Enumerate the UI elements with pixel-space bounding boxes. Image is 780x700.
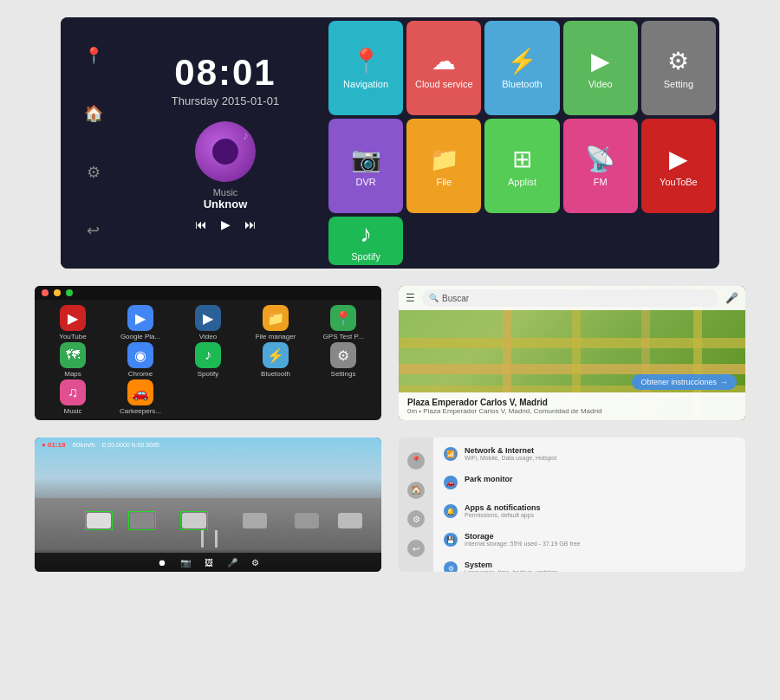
apps-text: Apps & notifications Permissions, defaul… <box>465 503 541 518</box>
settings-sidebar-icon-2[interactable]: 🏠 <box>407 482 425 499</box>
android-maps-label: Maps <box>64 370 81 378</box>
applist-label: Applist <box>508 177 536 187</box>
time-display: 08:01 <box>174 55 276 91</box>
android-googleplay-label: Google Pla... <box>120 333 160 340</box>
android-app-video[interactable]: ▶ Video <box>175 305 241 340</box>
bottom-screenshots-row: ● 01:18 60km/h E:00.0000 N:00.0085 ⏺ 📷 🖼… <box>17 438 763 572</box>
settings-sidebar-icon-3[interactable]: ⚙ <box>407 510 425 528</box>
app-bluetooth[interactable]: ⚡ Bluetooth <box>484 21 559 115</box>
settings-item-network[interactable]: 📶 Network & Internet WiFi, Mobile, Data … <box>444 446 735 461</box>
park-icon: 🚗 <box>444 476 458 489</box>
dvr-hud: ● 01:18 60km/h E:00.0000 N:00.0085 <box>42 441 159 449</box>
middle-screenshots-row: ▶ YouTube ▶ Google Pla... ▶ Video 📁 File… <box>17 286 763 420</box>
file-label: File <box>436 177 452 187</box>
settings-item-park[interactable]: 🚗 Park monitor <box>444 475 735 489</box>
dvr-icon: 📷 <box>351 145 381 173</box>
network-title: Network & Internet <box>465 446 556 455</box>
system-title: System <box>465 561 557 569</box>
navigation-icon: 📍 <box>351 47 381 75</box>
android-apps-grid: ▶ YouTube ▶ Google Pla... ▶ Video 📁 File… <box>35 300 381 420</box>
youtube-icon: ▶ <box>669 145 688 173</box>
android-maps-icon: 🗺 <box>60 342 86 368</box>
car-5 <box>295 513 319 528</box>
android-app-chrome[interactable]: ◉ Chrome <box>107 342 173 378</box>
android-carkeepers-label: Carkeepers... <box>120 407 161 415</box>
android-gps-label: GPS Test P... <box>323 333 364 340</box>
music-controls: ⏮ ▶ ⏭ <box>195 217 257 231</box>
park-text: Park monitor <box>465 475 513 483</box>
dvr-camera-screenshot: ● 01:18 60km/h E:00.0000 N:00.0085 ⏺ 📷 🖼… <box>35 438 381 572</box>
dvr-photo-button[interactable]: 📷 <box>180 558 191 567</box>
prev-button[interactable]: ⏮ <box>195 217 207 231</box>
android-app-carkeepers[interactable]: 🚗 Carkeepers... <box>107 379 173 415</box>
app-file[interactable]: 📁 File <box>406 119 481 213</box>
app-applist[interactable]: ⊞ Applist <box>484 119 559 213</box>
android-app-googleplay[interactable]: ▶ Google Pla... <box>107 305 173 340</box>
sidebar-location-icon[interactable]: 📍 <box>81 43 106 68</box>
settings-item-apps[interactable]: 🔔 Apps & notifications Permissions, defa… <box>444 503 735 518</box>
android-app-spotify[interactable]: ♪ Spotify <box>175 342 241 378</box>
network-sub: WiFi, Mobile, Data usage, Hotspot <box>465 455 556 461</box>
android-launcher: ▶ YouTube ▶ Google Pla... ▶ Video 📁 File… <box>35 286 381 420</box>
sidebar-back-icon[interactable]: ↩ <box>81 218 106 243</box>
map-location-detail: 0m • Plaza Emperador Carlos V, Madrid, C… <box>407 407 737 415</box>
android-app-settings[interactable]: ⚙ Settings <box>310 342 376 378</box>
map-mic-icon[interactable]: 🎤 <box>725 292 738 304</box>
settings-sidebar-icon-1[interactable]: 📍 <box>407 452 425 470</box>
dvr-rec-indicator: ● 01:18 <box>42 441 66 449</box>
dvr-rec-button[interactable]: ⏺ <box>158 558 166 567</box>
map-route-button[interactable]: Obtener instrucciones → <box>632 374 737 390</box>
main-car-screen: 📍 🏠 ⚙ ↩ 08:01 Thursday 2015-01-01 ♪ Musi… <box>61 17 719 269</box>
android-app-filemanager[interactable]: 📁 File manager <box>243 305 309 340</box>
storage-title: Storage <box>465 532 580 541</box>
app-youtube[interactable]: ▶ YouToBe <box>641 119 716 213</box>
android-gps-icon: 📍 <box>330 305 356 331</box>
app-cloud[interactable]: ☁ Cloud service <box>406 21 481 115</box>
android-top-bar <box>35 286 381 300</box>
car-6 <box>338 513 362 528</box>
status-dot-1 <box>42 289 49 296</box>
music-panel: ♪ Music Unknow ⏮ ▶ ⏭ <box>195 121 257 231</box>
map-menu-icon[interactable]: ☰ <box>406 292 415 304</box>
app-dvr[interactable]: 📷 DVR <box>328 119 403 213</box>
android-youtube-label: YouTube <box>59 333 86 340</box>
app-video[interactable]: ▶ Video <box>563 21 638 115</box>
next-button[interactable]: ⏭ <box>244 217 257 231</box>
park-title: Park monitor <box>465 475 513 483</box>
settings-item-system[interactable]: ⚙ System Languages, time, backup, update… <box>444 561 735 572</box>
android-googleplay-icon: ▶ <box>127 305 153 331</box>
android-app-maps[interactable]: 🗺 Maps <box>40 342 106 378</box>
android-app-youtube[interactable]: ▶ YouTube <box>40 305 106 340</box>
map-route-label: Obtener instrucciones <box>640 378 717 386</box>
android-app-bluetooth[interactable]: ⚡ Bluetooth <box>243 342 309 378</box>
dvr-gallery-button[interactable]: 🖼 <box>205 558 213 567</box>
android-bluetooth-label: Bluetooth <box>261 370 290 378</box>
map-search-box[interactable]: 🔍 Buscar <box>422 289 718 307</box>
system-icon: ⚙ <box>444 561 458 572</box>
play-button[interactable]: ▶ <box>221 217 231 231</box>
system-text: System Languages, time, backup, updates <box>465 561 557 572</box>
dvr-mic-button[interactable]: 🎤 <box>227 558 237 567</box>
map-arrow-icon: → <box>720 378 728 386</box>
settings-left-bar: 📍 🏠 ⚙ ↩ <box>399 438 433 572</box>
android-app-gps[interactable]: 📍 GPS Test P... <box>310 305 376 340</box>
music-title: Unknow <box>204 198 248 211</box>
setting-label: Setting <box>664 79 693 89</box>
settings-screen: 📍 🏠 ⚙ ↩ 📶 Network & Internet WiFi, Mobil… <box>399 438 745 572</box>
app-setting[interactable]: ⚙ Setting <box>641 21 716 115</box>
sidebar-settings-icon[interactable]: ⚙ <box>81 160 106 185</box>
app-fm[interactable]: 📡 FM <box>563 119 638 213</box>
app-spotify[interactable]: ♪ Spotify <box>328 217 403 265</box>
app-navigation[interactable]: 📍 Navigation <box>328 21 403 115</box>
android-youtube-icon: ▶ <box>60 305 86 331</box>
android-filemanager-label: File manager <box>256 333 296 340</box>
map-bottom-bar: Plaza Emperador Carlos V, Madrid 0m • Pl… <box>399 392 745 420</box>
dvr-settings-button[interactable]: ⚙ <box>251 558 259 567</box>
sidebar-home-icon[interactable]: 🏠 <box>81 101 106 126</box>
map-search-text: Buscar <box>442 294 469 303</box>
map-search-icon: 🔍 <box>429 294 439 302</box>
spotify-icon: ♪ <box>360 220 372 248</box>
android-app-music[interactable]: ♫ Music <box>40 379 106 415</box>
settings-sidebar-icon-4[interactable]: ↩ <box>407 540 425 557</box>
settings-item-storage[interactable]: 💾 Storage Internal storage: 55% used - 3… <box>444 532 735 547</box>
